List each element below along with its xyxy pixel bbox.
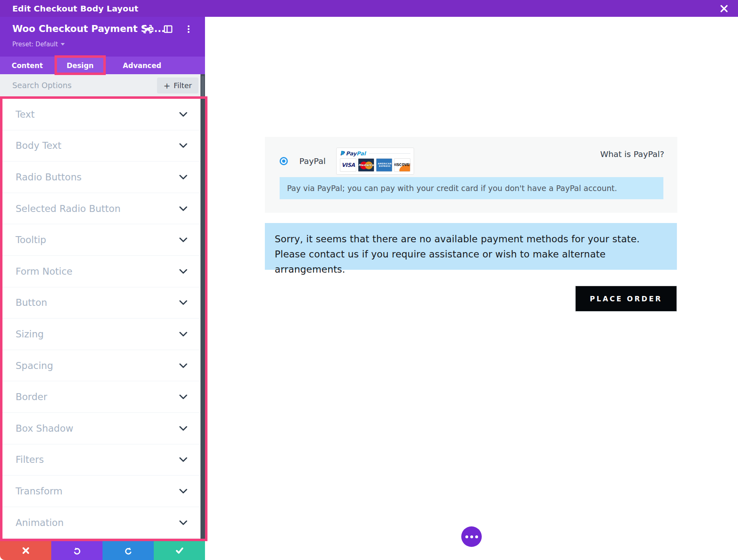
alert-text: Sorry, it seems that there are no availa… (275, 232, 667, 277)
filter-button-label: Filter (173, 81, 192, 90)
checkout-preview: PayPal P PayPal VISA MasterCard AMERICAN… (205, 17, 738, 560)
check-icon (175, 546, 184, 555)
tab-design[interactable]: Design (55, 57, 106, 74)
design-options-list: Text Body Text Radio Buttons Selected Ra… (2, 99, 200, 538)
option-group-animation[interactable]: Animation (2, 507, 200, 539)
modal-titlebar: Edit Checkout Body Layout (0, 0, 738, 17)
panel-footer (0, 541, 205, 560)
undo-icon (73, 546, 82, 555)
modal-title: Edit Checkout Body Layout (0, 4, 138, 14)
chevron-down-icon (179, 457, 187, 462)
payment-method-label[interactable]: PayPal (299, 156, 326, 166)
chevron-down-icon (179, 394, 187, 399)
chevron-down-icon (179, 175, 187, 180)
option-group-selected-radio-button[interactable]: Selected Radio Button (2, 193, 200, 225)
chevron-down-icon (179, 143, 187, 148)
option-group-tooltip[interactable]: Tooltip (2, 224, 200, 256)
tab-advanced[interactable]: Advanced (106, 57, 178, 74)
module-title: Woo Checkout Payment Se... (12, 23, 165, 34)
option-group-border[interactable]: Border (2, 381, 200, 413)
chevron-down-icon (179, 489, 187, 494)
settings-tabs: Content Design Advanced (0, 57, 205, 74)
payment-method-notice-text: Pay via PayPal; you can pay with your cr… (280, 184, 617, 193)
no-payment-methods-alert: Sorry, it seems that there are no availa… (265, 223, 677, 270)
chevron-down-icon (179, 112, 187, 117)
search-input[interactable] (0, 81, 135, 90)
payment-methods-section: PayPal P PayPal VISA MasterCard AMERICAN… (265, 137, 677, 213)
paypal-acceptance-mark: P PayPal VISA MasterCard AMERICAN EXPRES… (336, 148, 414, 175)
caret-down-icon (61, 43, 65, 46)
chevron-down-icon (179, 206, 187, 211)
tab-content[interactable]: Content (0, 57, 55, 74)
payment-method-notice: Pay via PayPal; you can pay with your cr… (280, 177, 663, 199)
option-group-sizing[interactable]: Sizing (2, 319, 200, 350)
filter-button[interactable]: + Filter (157, 77, 198, 93)
plus-icon: + (164, 81, 171, 91)
chevron-down-icon (179, 520, 187, 525)
option-group-radio-buttons[interactable]: Radio Buttons (2, 162, 200, 193)
paypal-p-icon: P (340, 150, 344, 157)
paypal-logo-text-1: Pay (346, 150, 357, 157)
kebab-menu-icon[interactable] (184, 24, 194, 34)
place-order-button[interactable]: PLACE ORDER (575, 286, 677, 312)
chevron-down-icon (179, 269, 187, 274)
chevron-down-icon (179, 237, 187, 242)
redo-button[interactable] (102, 541, 154, 560)
page-settings-fab[interactable] (461, 526, 482, 547)
chevron-down-icon (179, 426, 187, 431)
cancel-x-icon (22, 547, 30, 554)
paypal-logo: P PayPal (340, 150, 410, 157)
panel-scrollbar[interactable] (200, 74, 205, 541)
scrollbar-thumb[interactable] (201, 76, 204, 98)
option-group-spacing[interactable]: Spacing (2, 350, 200, 382)
discard-button[interactable] (0, 541, 51, 560)
preset-label: Preset: Default (12, 41, 58, 48)
visa-card-icon: VISA (340, 158, 356, 172)
option-group-text[interactable]: Text (2, 99, 200, 130)
search-options-bar: + Filter (0, 74, 205, 96)
chevron-down-icon (179, 363, 187, 368)
focus-icon[interactable] (143, 24, 153, 34)
option-group-form-notice[interactable]: Form Notice (2, 256, 200, 287)
close-icon[interactable] (719, 4, 729, 14)
module-settings-panel: Woo Checkout Payment Se... P (0, 17, 205, 560)
chevron-down-icon (179, 332, 187, 337)
chevron-down-icon (179, 300, 187, 305)
paypal-logo-text-2: Pal (357, 150, 366, 157)
what-is-paypal-link[interactable]: What is PayPal? (600, 149, 664, 159)
amex-card-icon: AMERICAN EXPRESS (376, 158, 392, 172)
module-header: Woo Checkout Payment Se... P (0, 17, 205, 57)
card-logos: VISA MasterCard AMERICAN EXPRESS DISCOVE… (340, 158, 410, 172)
option-group-transform[interactable]: Transform (2, 476, 200, 507)
option-group-body-text[interactable]: Body Text (2, 130, 200, 162)
columns-icon[interactable] (163, 24, 173, 34)
mastercard-card-icon: MasterCard (358, 158, 374, 172)
radio-selected-icon[interactable] (280, 157, 288, 165)
discover-card-icon: DISCOVER (394, 158, 410, 172)
option-group-button[interactable]: Button (2, 287, 200, 319)
ellipsis-icon (465, 535, 468, 538)
save-button[interactable] (154, 541, 205, 560)
option-group-box-shadow[interactable]: Box Shadow (2, 413, 200, 444)
redo-icon (124, 546, 133, 555)
preset-selector[interactable]: Preset: Default (12, 41, 65, 48)
undo-button[interactable] (51, 541, 102, 560)
option-group-filters[interactable]: Filters (2, 444, 200, 476)
divider (369, 153, 410, 154)
